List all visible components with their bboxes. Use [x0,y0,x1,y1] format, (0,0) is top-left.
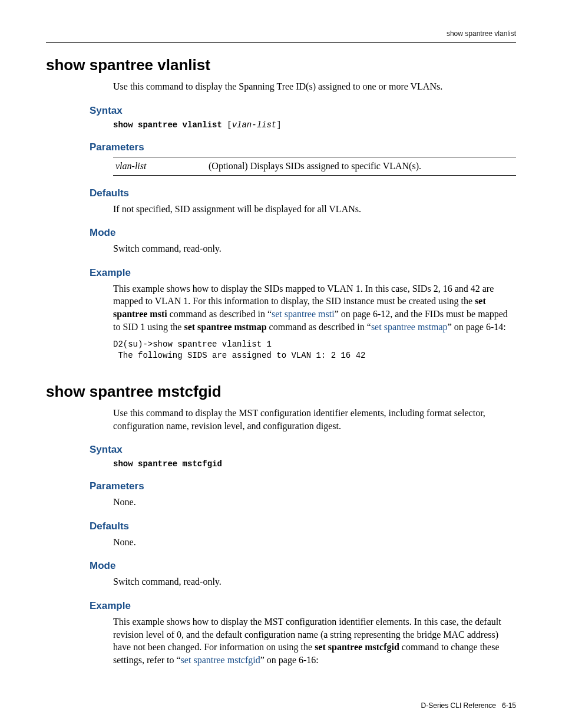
running-header: show spantree vlanlist [46,29,516,43]
example-heading: Example [90,600,516,612]
example-text: This example shows how to display the SI… [113,284,494,307]
table-row: vlan-list (Optional) Displays SIDs assig… [113,157,516,175]
page-footer: D-Series CLI Reference 6-15 [46,701,516,710]
syntax-heading: Syntax [90,444,516,456]
command-title-vlanlist: show spantree vlanlist [46,56,516,74]
param-desc: (Optional) Displays SIDs assigned to spe… [206,157,516,175]
link-set-spantree-mstmap[interactable]: set spantree mstmap [371,322,448,332]
syntax-line-vlanlist: show spantree vlanlist [vlan-list] [113,120,516,130]
syntax-arg: vlan-list [232,120,277,130]
defaults-heading: Defaults [90,521,516,532]
mode-body: Switch command, read-only. [113,242,516,255]
link-set-spantree-msti[interactable]: set spantree msti [272,309,335,319]
example-heading: Example [90,267,516,279]
bold-cmd-mstmap: set spantree mstmap [184,322,266,332]
command-title-mstcfgid: show spantree mstcfgid [46,383,516,401]
defaults-body: If not specified, SID assignment will be… [113,203,516,216]
footer-doc-title: D-Series CLI Reference [421,701,496,710]
mode-body: Switch command, read-only. [113,575,516,588]
syntax-keyword: show spantree vlanlist [113,120,222,130]
intro-vlanlist: Use this command to display the Spanning… [113,80,516,93]
link-set-spantree-mstcfgid[interactable]: set spantree mstcfgid [181,655,260,665]
footer-page-number: 6-15 [502,701,516,710]
parameters-table: vlan-list (Optional) Displays SIDs assig… [113,157,516,176]
syntax-heading: Syntax [90,105,516,117]
example-paragraph-vlanlist: This example shows how to display the SI… [113,282,516,333]
bold-cmd-mstcfgid: set spantree mstcfgid [315,642,399,652]
example-code-vlanlist: D2(su)->show spantree vlanlist 1 The fol… [113,339,516,361]
param-name: vlan-list [113,157,206,175]
mode-heading: Mode [90,560,516,572]
syntax-line-mstcfgid: show spantree mstcfgid [113,459,516,469]
example-text: ” on page 6-14: [448,322,506,332]
syntax-keyword: show spantree mstcfgid [113,459,222,469]
mode-heading: Mode [90,227,516,239]
defaults-body: None. [113,536,516,549]
parameters-heading: Parameters [90,480,516,492]
parameters-heading: Parameters [90,141,516,153]
intro-mstcfgid: Use this command to display the MST conf… [113,407,516,432]
example-text: command as described in “ [267,322,371,332]
example-paragraph-mstcfgid: This example shows how to display the MS… [113,615,516,666]
example-text: command as described in “ [167,309,272,319]
example-text: ” on page 6-16: [260,655,319,665]
parameters-body: None. [113,496,516,509]
defaults-heading: Defaults [90,187,516,199]
